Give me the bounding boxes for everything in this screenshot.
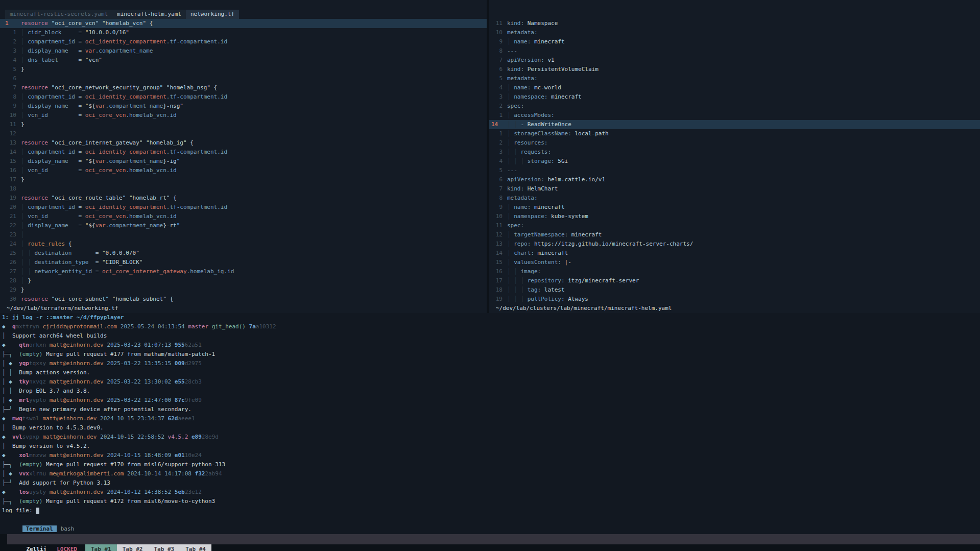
code-line: 26│ │ destination_type = "CIDR_BLOCK" — [0, 258, 487, 267]
jj-log-line: ├─╯ Add support for Python 3.13 — [0, 478, 980, 488]
line-number: 5 — [491, 74, 503, 83]
code-line: 8--- — [489, 46, 980, 56]
code-line: 29} — [0, 285, 487, 295]
code-line: 12│ targetNamespace: minecraft — [489, 230, 980, 239]
code-line: 2│ resources: — [489, 138, 980, 148]
code-line: 1│ accessModes: — [489, 111, 980, 120]
code-line: 14│ chart: minecraft — [489, 249, 980, 258]
code-line: 11spec: — [489, 221, 980, 230]
line-number: 7 — [491, 184, 503, 194]
line-number: 8 — [491, 194, 503, 203]
editor-pane-minecraft-helm-yaml[interactable]: 11kind: Namespace10metadata:9│ name: min… — [489, 0, 980, 313]
jj-log-line: ◆ vvlsvpxp matt@einhorn.dev 2024-10-15 2… — [0, 433, 980, 442]
line-number: 18 — [491, 285, 503, 295]
line-number: 7 — [5, 83, 16, 92]
editor-bufferline: minecraft-restic-secrets.yamlminecraft-h… — [5, 10, 239, 19]
code-line: 21│ vcn_id = oci_core_vcn.homelab_vcn.id — [0, 212, 487, 221]
line-number: 25 — [5, 249, 16, 258]
terminal-pane-title: 1: jj log -r ::master ~/d/ffpyplayer — [0, 313, 980, 322]
code-line: 17} — [0, 175, 487, 184]
line-number: 1 — [5, 19, 16, 28]
code-line: 17│ │ │ repository: itzg/minecraft-serve… — [489, 276, 980, 285]
line-number: 1 — [5, 28, 16, 37]
line-number: 17 — [5, 175, 16, 184]
yaml-code-area[interactable]: 11kind: Namespace10metadata:9│ name: min… — [489, 19, 980, 304]
code-line: 19│ │ │ pullPolicy: Always — [489, 295, 980, 304]
line-number: 6 — [5, 74, 16, 83]
code-line: 30resource "oci_core_subnet" "homelab_su… — [0, 295, 487, 304]
jj-log-line: ◆ qmxttryn cjriddz@protonmail.com 2025-0… — [0, 322, 980, 331]
terminal-pane[interactable]: 1: jj log -r ::master ~/d/ffpyplayer ◆ q… — [0, 313, 980, 534]
code-line: 15│ valuesContent: |- — [489, 258, 980, 267]
code-line: 5metadata: — [489, 74, 980, 83]
zellij-tab-tab-1[interactable]: Tab #1 — [85, 544, 117, 551]
code-line: 22│ display_name = "${var.compartment_na… — [0, 221, 487, 230]
code-line: 6apiVersion: helm.cattle.io/v1 — [489, 175, 980, 184]
zellij-app-name: Zellij — [27, 546, 47, 551]
code-line: 28│ } — [0, 276, 487, 285]
jj-log-line: ◆ xolmnzvw matt@einhorn.dev 2024-10-15 1… — [0, 451, 980, 460]
code-line: 8metadata: — [489, 194, 980, 203]
code-line: 4│ │ │ storage: 5Gi — [489, 157, 980, 166]
code-line: 16│ │ image: — [489, 267, 980, 276]
line-number: 28 — [5, 276, 16, 285]
line-number: 2 — [491, 102, 503, 111]
pane-info-row: Terminalbash — [0, 515, 980, 524]
log-file-prompt[interactable]: log file: — [0, 506, 980, 515]
buffer-tab-minecraft-helm.yaml[interactable]: minecraft-helm.yaml — [112, 10, 186, 19]
line-number: 21 — [5, 212, 16, 221]
line-number: 27 — [5, 267, 16, 276]
code-line-cursor: 1resource "oci_core_vcn" "homelab_vcn" { — [0, 19, 487, 28]
code-line: 15│ display_name = "${var.compartment_na… — [0, 157, 487, 166]
line-number: 20 — [5, 203, 16, 212]
code-line: 14│ compartment_id = oci_identity_compar… — [0, 148, 487, 157]
jj-log-line: ◆ losuysty matt@einhorn.dev 2024-10-12 1… — [0, 488, 980, 497]
code-line: 12 — [0, 129, 487, 138]
jj-log-line: │ ◆ yqptqxsy matt@einhorn.dev 2025-03-22… — [0, 359, 980, 368]
code-line: 3│ │ requests: — [489, 148, 980, 157]
line-number: 22 — [5, 221, 16, 230]
code-line: 18│ │ │ tag: latest — [489, 285, 980, 295]
line-number: 13 — [5, 138, 16, 148]
line-number: 2 — [491, 138, 503, 148]
jj-log-line: │ Support aarch64 wheel builds — [0, 331, 980, 341]
code-line: 1│ storageClassName: local-path — [489, 129, 980, 138]
code-line: 27│ │ network_entity_id = oci_core_inter… — [0, 267, 487, 276]
code-line: 7kind: HelmChart — [489, 184, 980, 194]
buffer-tab-minecraft-restic-secrets.yaml[interactable]: minecraft-restic-secrets.yaml — [5, 10, 112, 19]
terminal-chip[interactable]: Terminal — [22, 525, 57, 532]
code-line: 3│ display_name = var.compartment_name — [0, 46, 487, 56]
code-line: 2│ compartment_id = oci_identity_compart… — [0, 37, 487, 46]
jj-log-line: │ ◆ mrlyvplo matt@einhorn.dev 2025-03-22… — [0, 396, 980, 405]
jj-log-line: │ ◆ tkynxvqz matt@einhorn.dev 2025-03-22… — [0, 377, 980, 387]
line-number: 16 — [5, 166, 16, 175]
line-number: 15 — [5, 157, 16, 166]
code-line: 19resource "oci_core_route_table" "homel… — [0, 194, 487, 203]
code-line: 7resource "oci_core_network_security_gro… — [0, 83, 487, 92]
line-number: 13 — [491, 239, 503, 249]
line-number: 2 — [5, 37, 16, 46]
code-line: 7apiVersion: v1 — [489, 56, 980, 65]
line-number: 4 — [491, 83, 503, 92]
line-number: 3 — [5, 46, 16, 56]
code-line: 11kind: Namespace — [489, 19, 980, 28]
line-number: 8 — [491, 46, 503, 56]
zellij-tab-tab-4[interactable]: Tab #4 — [180, 544, 211, 551]
terraform-code-area[interactable]: 1resource "oci_core_vcn" "homelab_vcn" {… — [0, 19, 487, 304]
editor-pane-networking-tf[interactable]: minecraft-restic-secrets.yamlminecraft-h… — [0, 0, 487, 313]
buffer-tab-networking.tf[interactable]: networking.tf — [186, 10, 239, 19]
jj-log-line: ◆ mwqtswol matt@einhorn.dev 2024-10-15 2… — [0, 414, 980, 423]
line-number: 30 — [5, 295, 16, 304]
line-number: 3 — [491, 92, 503, 102]
zellij-tab-tab-3[interactable]: Tab #3 — [149, 544, 180, 551]
line-number: 12 — [5, 129, 16, 138]
zellij-tab-tab-2[interactable]: Tab #2 — [117, 544, 149, 551]
line-number: 12 — [491, 230, 503, 239]
line-number: 23 — [5, 230, 16, 239]
line-number: 1 — [491, 111, 503, 120]
line-number: 7 — [491, 56, 503, 65]
code-line: 5} — [0, 65, 487, 74]
line-number: 18 — [5, 184, 16, 194]
code-line: 8│ compartment_id = oci_identity_compart… — [0, 92, 487, 102]
line-number: 9 — [491, 203, 503, 212]
